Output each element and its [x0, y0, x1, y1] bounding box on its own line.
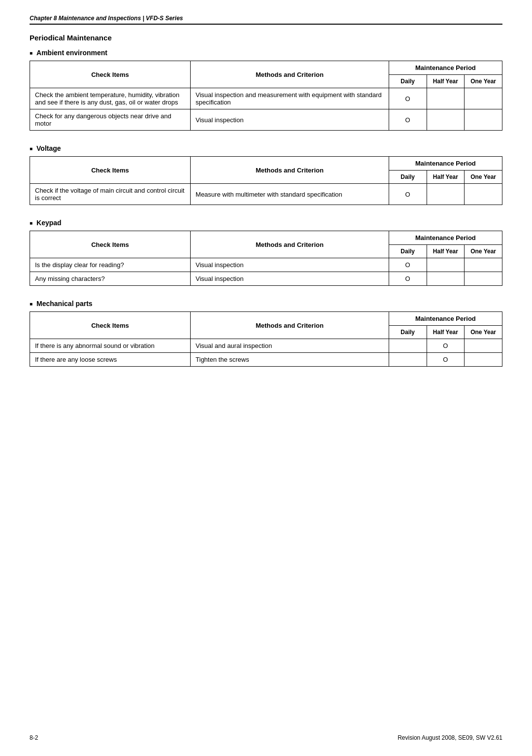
check-item-cell: Check for any dangerous objects near dri… [30, 109, 191, 131]
one-year-cell [465, 258, 502, 272]
check-item-cell: Any missing characters? [30, 272, 191, 286]
daily-cell: O [389, 88, 427, 109]
check-item-cell: Is the display clear for reading? [30, 258, 191, 272]
col-method-header: Methods and Criterion [191, 61, 389, 88]
half-year-cell [427, 109, 465, 131]
half-year-cell [427, 272, 465, 286]
half-year-cell [427, 184, 465, 205]
half-year-cell: O [427, 353, 465, 367]
col-half-header: Half Year [427, 245, 465, 258]
col-check-header: Check Items [30, 61, 191, 88]
daily-cell: O [389, 272, 427, 286]
col-half-header: Half Year [427, 75, 465, 88]
footer-page-number: 8-2 [30, 734, 38, 741]
check-item-cell: Check the ambient temperature, humidity,… [30, 88, 191, 109]
check-item-cell: Check if the voltage of main circuit and… [30, 184, 191, 205]
daily-cell: O [389, 258, 427, 272]
section-title: Periodical Maintenance [30, 34, 502, 42]
one-year-cell [465, 353, 502, 367]
one-year-cell [465, 272, 502, 286]
subsection-voltage: VoltageCheck ItemsMethods and CriterionM… [30, 144, 502, 205]
method-cell: Measure with multimeter with standard sp… [191, 184, 389, 205]
footer-revision: Revision August 2008, SE09, SW V2.61 [398, 734, 502, 741]
half-year-cell: O [427, 339, 465, 353]
daily-cell: O [389, 184, 427, 205]
col-method-header: Methods and Criterion [191, 157, 389, 184]
col-method-header: Methods and Criterion [191, 312, 389, 339]
maintenance-period-header: Maintenance Period [389, 312, 502, 326]
col-method-header: Methods and Criterion [191, 231, 389, 258]
col-check-header: Check Items [30, 312, 191, 339]
method-cell: Visual inspection [191, 258, 389, 272]
col-half-header: Half Year [427, 171, 465, 184]
method-cell: Visual inspection and measurement with e… [191, 88, 389, 109]
one-year-cell [465, 339, 502, 353]
one-year-cell [465, 184, 502, 205]
table-voltage: Check ItemsMethods and CriterionMaintena… [30, 156, 502, 205]
one-year-cell [465, 88, 502, 109]
col-daily-header: Daily [389, 326, 427, 339]
subsection-title-ambient: Ambient environment [30, 49, 502, 57]
one-year-cell [465, 109, 502, 131]
method-cell: Tighten the screws [191, 353, 389, 367]
page-header: Chapter 8 Maintenance and Inspections | … [30, 15, 502, 25]
table-keypad: Check ItemsMethods and CriterionMaintena… [30, 231, 502, 286]
table-row: If there is any abnormal sound or vibrat… [30, 339, 502, 353]
daily-cell: O [389, 109, 427, 131]
col-daily-header: Daily [389, 171, 427, 184]
col-check-header: Check Items [30, 231, 191, 258]
table-row: Is the display clear for reading?Visual … [30, 258, 502, 272]
col-one-header: One Year [465, 326, 502, 339]
subsection-keypad: KeypadCheck ItemsMethods and CriterionMa… [30, 219, 502, 286]
col-half-header: Half Year [427, 326, 465, 339]
daily-cell [389, 353, 427, 367]
col-daily-header: Daily [389, 245, 427, 258]
maintenance-period-header: Maintenance Period [389, 231, 502, 245]
method-cell: Visual inspection [191, 272, 389, 286]
subsection-ambient: Ambient environmentCheck ItemsMethods an… [30, 49, 502, 131]
daily-cell [389, 339, 427, 353]
table-ambient: Check ItemsMethods and CriterionMaintena… [30, 61, 502, 131]
page-footer: 8-2 Revision August 2008, SE09, SW V2.61 [30, 734, 502, 741]
maintenance-period-header: Maintenance Period [389, 61, 502, 75]
table-row: If there are any loose screwsTighten the… [30, 353, 502, 367]
half-year-cell [427, 88, 465, 109]
subsection-title-keypad: Keypad [30, 219, 502, 227]
col-one-header: One Year [465, 75, 502, 88]
maintenance-period-header: Maintenance Period [389, 157, 502, 171]
check-item-cell: If there is any abnormal sound or vibrat… [30, 339, 191, 353]
col-daily-header: Daily [389, 75, 427, 88]
table-row: Check for any dangerous objects near dri… [30, 109, 502, 131]
table-row: Any missing characters?Visual inspection… [30, 272, 502, 286]
method-cell: Visual inspection [191, 109, 389, 131]
half-year-cell [427, 258, 465, 272]
table-mechanical: Check ItemsMethods and CriterionMaintena… [30, 311, 502, 367]
subsections-container: Ambient environmentCheck ItemsMethods an… [30, 49, 502, 367]
chapter-title: Chapter 8 Maintenance and Inspections [30, 15, 141, 22]
subsection-title-voltage: Voltage [30, 144, 502, 152]
subsection-mechanical: Mechanical partsCheck ItemsMethods and C… [30, 300, 502, 367]
subsection-title-mechanical: Mechanical parts [30, 300, 502, 308]
col-one-header: One Year [465, 171, 502, 184]
check-item-cell: If there are any loose screws [30, 353, 191, 367]
col-check-header: Check Items [30, 157, 191, 184]
series-title: VFD-S Series [146, 15, 183, 22]
table-row: Check if the voltage of main circuit and… [30, 184, 502, 205]
col-one-header: One Year [465, 245, 502, 258]
method-cell: Visual and aural inspection [191, 339, 389, 353]
table-row: Check the ambient temperature, humidity,… [30, 88, 502, 109]
